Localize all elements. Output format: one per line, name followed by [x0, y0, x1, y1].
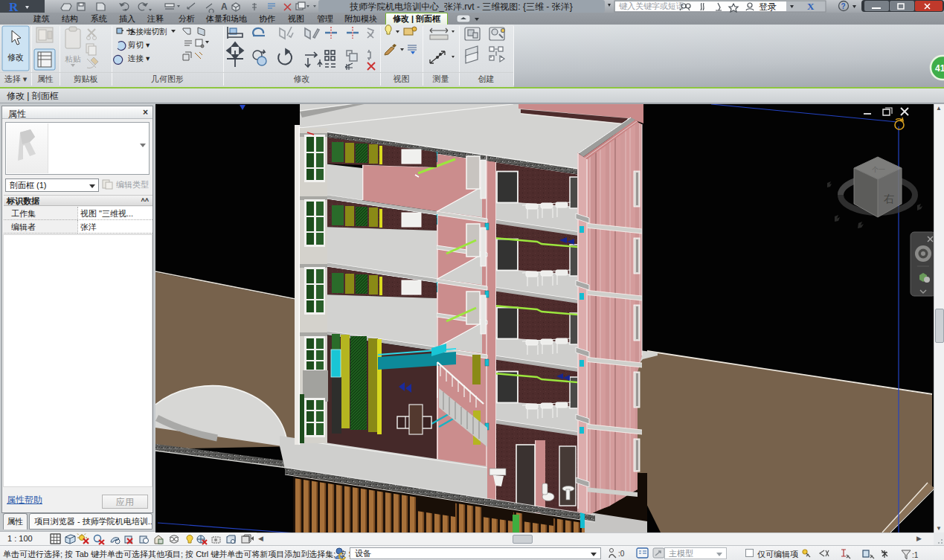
svg-text:X: X: [807, 1, 815, 12]
svg-text:修改: 修改: [7, 53, 24, 62]
svg-text:登录: 登录: [759, 1, 777, 12]
svg-text:41: 41: [935, 63, 944, 74]
svg-text:键入关键字或短语: 键入关键字或短语: [619, 1, 684, 10]
svg-text:A: A: [221, 1, 228, 12]
svg-text:右: 右: [884, 193, 894, 205]
svg-text:连接 ▾: 连接 ▾: [128, 54, 150, 62]
svg-text:剪切 ▾: 剪切 ▾: [128, 40, 150, 49]
svg-text:技师学院机电培训中心_张洋.rvt - 三维视图: {三维: 技师学院机电培训中心_张洋.rvt - 三维视图: {三维 - 张洋}: [349, 1, 572, 12]
svg-text:连接端切割: 连接端切割: [128, 27, 167, 36]
svg-text::0: :0: [618, 550, 625, 558]
svg-text:?: ?: [841, 2, 846, 10]
svg-text::1: :1: [912, 551, 919, 559]
svg-text:粘贴: 粘贴: [65, 54, 82, 63]
svg-text:个一: 个一: [872, 166, 885, 173]
svg-text:R: R: [9, 0, 19, 13]
